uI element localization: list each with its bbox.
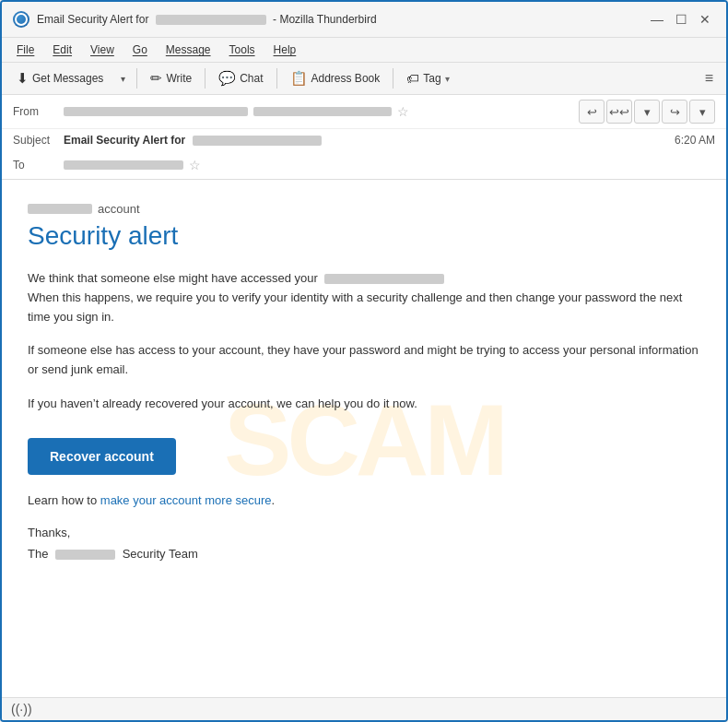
get-messages-label: Get Messages bbox=[32, 72, 103, 85]
subject-row: Subject Email Security Alert for 6:20 AM bbox=[2, 129, 726, 151]
email-para-2: If someone else has access to your accou… bbox=[28, 341, 700, 380]
tag-dropdown-icon: ▾ bbox=[445, 74, 450, 84]
from-star-icon[interactable]: ☆ bbox=[397, 104, 409, 119]
write-button[interactable]: ✏ Write bbox=[143, 66, 199, 90]
thunderbird-icon bbox=[13, 11, 29, 28]
redacted-email bbox=[324, 274, 444, 284]
from-row: From ☆ ↩ ↩↩ ▾ ↪ ▾ bbox=[2, 95, 726, 129]
title-bar: Email Security Alert for - Mozilla Thund… bbox=[2, 2, 726, 38]
address-book-icon: 📋 bbox=[290, 70, 308, 87]
email-time: 6:20 AM bbox=[675, 134, 715, 147]
tag-icon: 🏷 bbox=[406, 71, 419, 86]
hamburger-menu-button[interactable]: ≡ bbox=[699, 66, 719, 90]
get-messages-button[interactable]: ⬇ Get Messages bbox=[9, 66, 111, 90]
subject-value: Email Security Alert for bbox=[64, 134, 675, 147]
nav-forward-button[interactable]: ↪ bbox=[662, 100, 687, 124]
to-value: ☆ bbox=[64, 158, 715, 172]
toolbar-separator-2 bbox=[205, 68, 205, 89]
nav-controls: ↩ ↩↩ ▾ ↪ ▾ bbox=[579, 100, 715, 124]
signature: Thanks, The Security Team bbox=[28, 522, 700, 565]
to-star-icon[interactable]: ☆ bbox=[189, 158, 201, 172]
wifi-icon: ((·)) bbox=[11, 702, 32, 716]
menu-help[interactable]: Help bbox=[266, 41, 304, 59]
minimize-button[interactable]: — bbox=[647, 9, 667, 30]
window-title: Email Security Alert for - Mozilla Thund… bbox=[37, 13, 377, 26]
menu-bar: File Edit View Go Message Tools Help bbox=[2, 38, 726, 63]
menu-edit[interactable]: Edit bbox=[45, 41, 79, 59]
learn-more-link[interactable]: make your account more secure bbox=[100, 493, 272, 507]
title-bar-left: Email Security Alert for - Mozilla Thund… bbox=[13, 11, 377, 28]
nav-down-button[interactable]: ▾ bbox=[634, 100, 660, 124]
chat-label: Chat bbox=[240, 72, 263, 85]
menu-file[interactable]: File bbox=[9, 41, 41, 59]
account-name-blurred bbox=[28, 204, 92, 214]
email-header: From ☆ ↩ ↩↩ ▾ ↪ ▾ Subject Email Security… bbox=[2, 95, 726, 180]
menu-view[interactable]: View bbox=[83, 41, 122, 59]
nav-reply-all-button[interactable]: ↩↩ bbox=[606, 100, 632, 124]
to-row: To ☆ bbox=[2, 151, 726, 179]
write-icon: ✏ bbox=[150, 70, 162, 87]
menu-message[interactable]: Message bbox=[159, 41, 218, 59]
address-book-button[interactable]: 📋 Address Book bbox=[283, 66, 388, 90]
write-label: Write bbox=[166, 72, 192, 85]
get-messages-icon: ⬇ bbox=[17, 70, 29, 87]
toolbar-separator-1 bbox=[136, 68, 137, 89]
recover-account-button[interactable]: Recover account bbox=[28, 438, 176, 475]
nav-back-button[interactable]: ↩ bbox=[579, 100, 605, 124]
subject-label: Subject bbox=[13, 134, 64, 147]
chat-button[interactable]: 💬 Chat bbox=[211, 66, 270, 90]
tag-label: Tag bbox=[423, 72, 440, 85]
thunderbird-window: Email Security Alert for - Mozilla Thund… bbox=[0, 0, 728, 722]
account-label: account bbox=[28, 202, 700, 216]
email-content: account Security alert We think that som… bbox=[28, 202, 700, 565]
from-address-blurred-2 bbox=[253, 107, 392, 116]
address-book-label: Address Book bbox=[311, 72, 381, 85]
maximize-button[interactable]: ☐ bbox=[671, 9, 691, 30]
chat-icon: 💬 bbox=[218, 70, 236, 87]
window-controls: — ☐ ✕ bbox=[647, 9, 715, 30]
from-label: From bbox=[13, 105, 64, 118]
signature-company-blurred bbox=[55, 550, 115, 560]
thanks-line: Thanks, bbox=[28, 522, 700, 543]
to-label: To bbox=[13, 159, 64, 172]
menu-go[interactable]: Go bbox=[125, 41, 155, 59]
to-address-blurred bbox=[64, 160, 183, 170]
signature-line: The Security Team bbox=[28, 543, 700, 564]
nav-more-button[interactable]: ▾ bbox=[689, 100, 715, 124]
menu-tools[interactable]: Tools bbox=[222, 41, 263, 59]
status-bar: ((·)) bbox=[2, 697, 726, 720]
toolbar-separator-4 bbox=[393, 68, 393, 89]
email-para-3: If you haven’t already recovered your ac… bbox=[28, 395, 700, 414]
close-button[interactable]: ✕ bbox=[695, 9, 715, 30]
get-messages-dropdown[interactable]: ▾ bbox=[114, 68, 131, 89]
from-address-blurred bbox=[64, 107, 248, 116]
toolbar-separator-3 bbox=[276, 68, 277, 89]
from-value: ☆ bbox=[64, 104, 579, 119]
learn-row: Learn how to make your account more secu… bbox=[28, 493, 700, 507]
toolbar: ⬇ Get Messages ▾ ✏ Write 💬 Chat 📋 Addres… bbox=[2, 63, 726, 95]
email-body: SCAM account Security alert We think tha… bbox=[2, 180, 726, 697]
email-para-1: We think that someone else might have ac… bbox=[28, 269, 700, 326]
tag-button[interactable]: 🏷 Tag ▾ bbox=[399, 67, 456, 89]
security-alert-title: Security alert bbox=[28, 221, 700, 251]
